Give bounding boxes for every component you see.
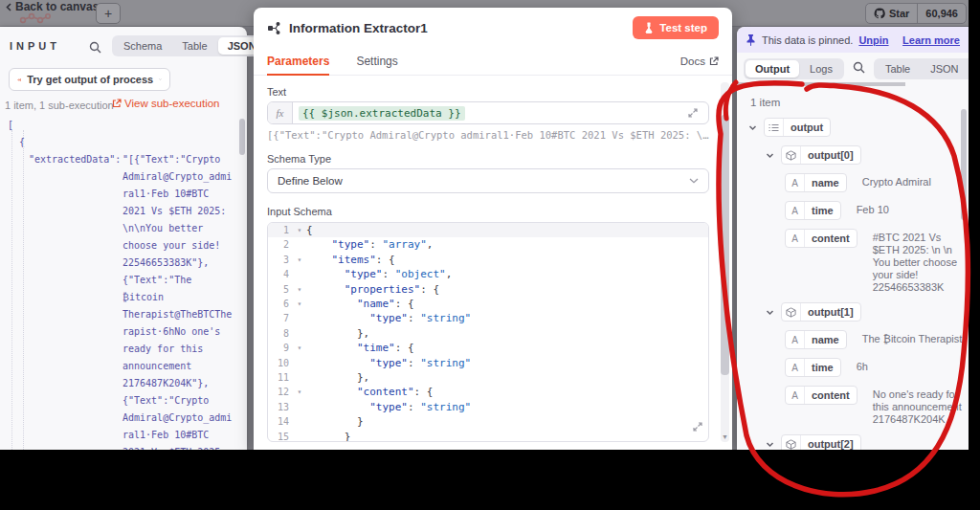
fold-icon[interactable]: ▾ — [293, 297, 306, 311]
modal-header: Information Extractor1 Test step — [254, 8, 732, 48]
code-line[interactable]: 1▾{ — [268, 223, 708, 237]
docs-link[interactable]: Docs — [680, 55, 719, 67]
text-field-label: Text — [267, 86, 709, 98]
expand-editor-icon[interactable] — [693, 417, 702, 435]
input-schema-label: Input Schema — [267, 206, 709, 217]
chevron-down-icon[interactable] — [766, 150, 774, 162]
expression-preview: [{"Text":"Crypto Admiral@Crypto_admiral1… — [267, 129, 709, 141]
code-line[interactable]: 10 "type": "string" — [268, 356, 708, 370]
tab-table[interactable]: Table — [876, 60, 920, 78]
tree-row: output[0] — [748, 145, 969, 165]
search-icon[interactable] — [89, 40, 101, 57]
line-number: 1 — [268, 223, 293, 237]
unpin-link[interactable]: Unpin — [858, 34, 888, 46]
tree-field-name[interactable]: Aname — [785, 330, 847, 349]
horizontal-scrollbar[interactable] — [737, 82, 905, 86]
expand-expression-icon[interactable] — [688, 108, 702, 118]
field-value: Feb 10 — [857, 201, 889, 216]
github-star-widget[interactable]: Star 60,946 — [865, 3, 967, 24]
chevron-down-icon[interactable] — [748, 122, 757, 134]
json-key-value: "extractedData": "[{"Text":"Crypto Admir… — [0, 151, 237, 450]
learn-more-link[interactable]: Learn more — [902, 34, 960, 46]
type-icon — [782, 435, 801, 450]
input-schema-editor[interactable]: 1▾{2 "type": "array",3▾ "items": {4 "typ… — [267, 222, 709, 442]
tab-table[interactable]: Table — [172, 37, 216, 55]
chevron-down-icon[interactable] — [766, 307, 774, 319]
type-icon: A — [786, 331, 805, 348]
search-icon[interactable] — [853, 60, 865, 78]
indent-guide — [11, 130, 12, 450]
line-number: 3 — [268, 253, 293, 267]
field-value: #BTC 2021 Vs $ETH 2025: \n \n You better… — [873, 229, 969, 294]
back-to-canvas-button[interactable]: Back to canvas — [6, 0, 99, 13]
tab-schema[interactable]: Schema — [114, 37, 171, 55]
line-number: 6 — [268, 297, 293, 311]
star-count: 60,946 — [917, 4, 966, 23]
tree-field-time[interactable]: Atime — [785, 201, 841, 220]
code-line[interactable]: 8 }, — [268, 326, 708, 341]
modal-tab-parameters[interactable]: Parameters — [267, 48, 329, 75]
code-line[interactable]: 4 "type": "object", — [268, 267, 708, 281]
tree-node-output[2][interactable]: output[2] — [781, 434, 861, 450]
fold-icon[interactable]: ▾ — [293, 223, 306, 237]
code-line[interactable]: 11 }, — [268, 370, 708, 385]
schema-type-value: Define Below — [278, 175, 343, 187]
input-scrollbar[interactable] — [239, 119, 245, 155]
code-line[interactable]: 14 } — [268, 414, 708, 429]
tree-field-time[interactable]: Atime — [785, 358, 841, 377]
tab-json[interactable]: JSON — [921, 60, 968, 78]
tree-field-name[interactable]: Aname — [785, 173, 847, 192]
fold-icon[interactable]: ▾ — [293, 341, 306, 355]
code-line[interactable]: 7 "type": "string" — [268, 311, 708, 325]
code-line[interactable]: 9▾ "time": { — [268, 341, 708, 355]
tree-row: Acontent#BTC 2021 Vs $ETH 2025: \n \n Yo… — [748, 229, 969, 294]
code-line[interactable]: 13 "type": "string" — [268, 400, 708, 414]
fold-icon[interactable]: ▾ — [293, 282, 306, 297]
code-line[interactable]: 6▾ "name": { — [268, 297, 708, 311]
tree-field-content[interactable]: Acontent — [785, 386, 858, 405]
expression-input[interactable]: fx {{ $json.extractedData }} — [267, 101, 709, 124]
output-items-count: 1 item — [750, 97, 969, 108]
line-number: 7 — [268, 311, 293, 325]
schema-type-label: Schema Type — [267, 153, 709, 165]
code-line[interactable]: 2 "type": "array", — [268, 237, 708, 252]
modal-tab-settings[interactable]: Settings — [356, 48, 397, 75]
tree-node-output[0][interactable]: output[0] — [781, 145, 861, 165]
fold-icon — [293, 370, 306, 385]
new-tab-button[interactable]: + — [96, 3, 121, 24]
test-step-button[interactable]: Test step — [633, 16, 719, 39]
input-json-view[interactable]: [ { "extractedData": "[{"Text":"Crypto A… — [0, 117, 237, 450]
output-scrollbar[interactable] — [961, 109, 967, 220]
code-line[interactable]: 15 } — [268, 430, 708, 442]
chevron-down-icon[interactable] — [766, 439, 774, 450]
tree-row: AcontentNo one's ready for this announce… — [748, 386, 969, 426]
fold-icon — [293, 356, 306, 370]
type-icon — [765, 119, 784, 136]
view-sub-execution-link[interactable]: View sub-execution — [112, 98, 220, 109]
line-number: 14 — [268, 414, 293, 429]
tab-logs[interactable]: Logs — [800, 60, 842, 78]
code-line[interactable]: 3▾ "items": { — [268, 253, 708, 267]
code-line[interactable]: 12▾ "content": { — [268, 385, 708, 399]
tree-node-output[1][interactable]: output[1] — [781, 302, 861, 322]
tree-node-output[interactable]: output — [764, 118, 831, 137]
tree-field-content[interactable]: Acontent — [785, 229, 858, 248]
json-bracket: [ — [0, 117, 237, 134]
back-label: Back to canvas — [15, 0, 99, 13]
schema-type-select[interactable]: Define Below — [267, 168, 709, 193]
scrollbar-down-arrow[interactable]: ▼ — [722, 433, 728, 440]
code-line[interactable]: 5▾ "properties": { — [268, 282, 708, 297]
external-link-icon — [112, 99, 122, 108]
output-schema-tree: outputoutput[0]AnameCrypto AdmiralAtimeF… — [748, 118, 969, 450]
line-number: 12 — [268, 385, 293, 399]
fold-icon[interactable]: ▾ — [293, 385, 306, 399]
fold-icon[interactable]: ▾ — [293, 253, 306, 267]
chevron-down-icon — [689, 178, 699, 184]
fold-icon — [293, 414, 306, 429]
modal-scrollbar-thumb[interactable] — [721, 115, 729, 375]
json-key: "extractedData": — [29, 151, 122, 450]
input-view-tabs: SchemaTableJSON — [112, 35, 268, 56]
input-source-select[interactable]: Try get output of process — [9, 68, 170, 91]
tab-output[interactable]: Output — [746, 60, 799, 78]
modal-scrollbar[interactable]: ▼ — [721, 82, 729, 442]
